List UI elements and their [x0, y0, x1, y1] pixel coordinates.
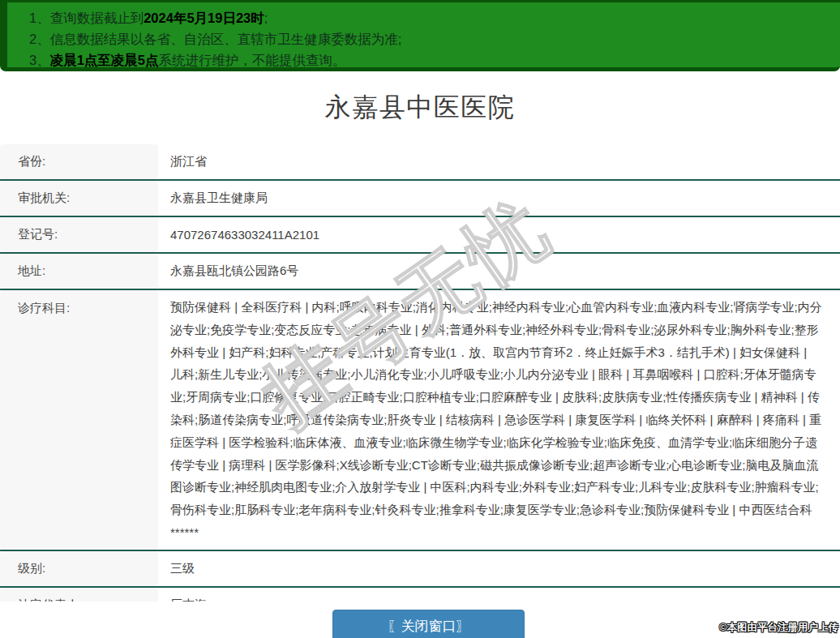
title-area: 永嘉县中医医院 [0, 71, 840, 144]
row-value-legal-representative: 厉志海 [158, 588, 840, 602]
table-row-approval-authority: 审批机关: 永嘉县卫生健康局 [0, 181, 840, 217]
upload-credit-text: ©本图由平台注册用户上传 [719, 621, 838, 635]
close-window-button[interactable]: 〖关闭窗口〗 [332, 610, 525, 638]
row-value-address: 永嘉县瓯北镇公园路6号 [158, 254, 840, 289]
row-value-medical-subjects: 预防保健科 | 全科医疗科 | 内科;呼吸内科专业;消化内科专业;神经内科专业;… [158, 290, 840, 550]
page-title: 永嘉县中医医院 [325, 90, 516, 126]
row-value-registration-number: 47072674633032411A2101 [158, 217, 840, 252]
notice-number: 2、 [29, 32, 50, 46]
notice-text: 查询数据截止到 [50, 11, 144, 25]
notice-line-3: 3、凌晨1点至凌晨5点系统进行维护，不能提供查询。 [29, 49, 832, 71]
table-row-province: 省份: 浙江省 [0, 144, 840, 181]
table-row-level: 级别: 三级 [0, 551, 840, 588]
row-label-legal-representative: 法定代表人: [0, 588, 158, 602]
table-row-legal-representative: 法定代表人: 厉志海 [0, 588, 840, 602]
row-label-level: 级别: [0, 551, 158, 586]
row-value-approval-authority: 永嘉县卫生健康局 [158, 181, 840, 216]
notice-text: ; [264, 11, 268, 25]
notice-line-1: 1、查询数据截止到2024年5月19日23时; [29, 7, 832, 28]
table-row-registration-number: 登记号: 47072674633032411A2101 [0, 217, 840, 254]
table-row-legal-representative-clipped: 法定代表人: 厉志海 [0, 588, 840, 602]
row-label-province: 省份: [0, 144, 158, 179]
notice-text-bold: 凌晨1点至凌晨5点 [50, 53, 159, 67]
row-label-address: 地址: [0, 254, 158, 289]
hospital-info-table: 省份: 浙江省 审批机关: 永嘉县卫生健康局 登记号: 470726746330… [0, 144, 840, 602]
row-value-province: 浙江省 [158, 144, 840, 179]
notice-text: 系统进行维护，不能提供查询。 [159, 53, 346, 67]
notice-line-2: 2、信息数据结果以各省、自治区、直辖市卫生健康委数据为准; [29, 28, 832, 49]
table-row-address: 地址: 永嘉县瓯北镇公园路6号 [0, 254, 840, 290]
row-value-level: 三级 [158, 551, 840, 586]
notice-text: 信息数据结果以各省、自治区、直辖市卫生健康委数据为准; [50, 32, 402, 46]
notice-banner: 1、查询数据截止到2024年5月19日23时; 2、信息数据结果以各省、自治区、… [0, 0, 840, 71]
notice-number: 1、 [29, 11, 50, 25]
notice-text-bold: 2024年5月19日23时 [144, 11, 264, 25]
row-label-medical-subjects: 诊疗科目: [0, 290, 158, 550]
row-label-approval-authority: 审批机关: [0, 181, 158, 216]
row-label-registration-number: 登记号: [0, 217, 158, 252]
table-row-medical-subjects: 诊疗科目: 预防保健科 | 全科医疗科 | 内科;呼吸内科专业;消化内科专业;神… [0, 290, 840, 551]
notice-number: 3、 [29, 53, 50, 67]
